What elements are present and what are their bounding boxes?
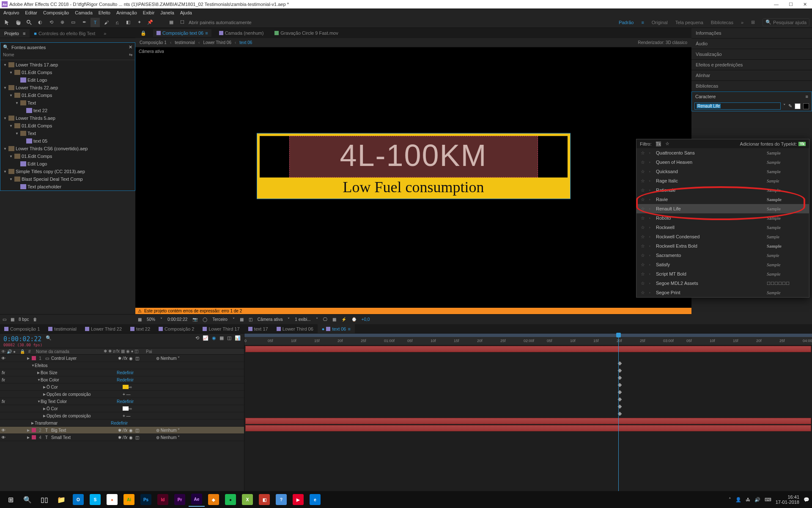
layer-row[interactable]: ▶Ö Cor ⇨ <box>0 405 244 412</box>
star-icon[interactable]: ☆ <box>641 160 646 165</box>
bpc-label[interactable]: 8 bpc <box>19 317 29 322</box>
blur-icon[interactable]: ◉ <box>212 335 216 341</box>
big-text[interactable]: 4L-100KM <box>289 136 538 177</box>
menu-exibir[interactable]: Exibir <box>143 10 155 15</box>
tree-row[interactable]: Text placeholder <box>0 183 135 190</box>
font-row[interactable]: ☆›Rockwell Extra BoldSample <box>636 241 809 251</box>
layer-row[interactable]: 👁▶4TSmall Text✱ / fx ◉ ◫⊚ Nenhum ˅ <box>0 434 244 441</box>
panel-audio[interactable]: Áudio <box>691 39 812 49</box>
panel-libs[interactable]: Bibliotecas <box>691 81 812 91</box>
tree-row[interactable]: ▼Text <box>0 130 135 137</box>
grid-icon[interactable]: ▦ <box>240 317 244 322</box>
menu-ajuda[interactable]: Ajuda <box>180 10 192 15</box>
font-row[interactable]: ☆›Quattrocento SansSample <box>636 148 809 157</box>
font-row[interactable]: ☆›RavieSample <box>636 195 809 204</box>
timeline-tab[interactable]: Lower Third 06 <box>272 324 318 333</box>
tree-row[interactable]: ▼Simple Titles copy (CC 2013).aep <box>0 168 135 175</box>
time-ruler[interactable]: 005f10f15f20f25f01:00f05f10f15f20f25f02:… <box>244 334 812 345</box>
small-text[interactable]: Low Fuel consumption <box>257 177 570 199</box>
star-icon[interactable]: ☆ <box>641 234 646 240</box>
menu-efeito[interactable]: Efeito <box>99 10 110 15</box>
region-icon[interactable]: ◯ <box>203 317 207 322</box>
taskbar-app[interactable]: ● <box>222 492 239 507</box>
workspace-more-icon[interactable]: » <box>741 20 743 25</box>
tree-row[interactable]: text 05 <box>0 137 135 145</box>
panel-align[interactable]: Alinhar <box>691 70 812 81</box>
camera-view[interactable]: Câmera ativa <box>258 317 283 322</box>
star-icon[interactable]: ☆ <box>641 188 646 193</box>
tree-row[interactable]: Edit Logo <box>0 76 135 84</box>
zoom-tool[interactable] <box>25 18 34 27</box>
search-help[interactable]: 🔍 Pesquisar ajuda <box>763 18 809 26</box>
taskbar-app[interactable]: 📁 <box>53 492 69 507</box>
search-icon[interactable]: 🔍 <box>46 335 52 341</box>
breadcrumb-item[interactable]: testimonial <box>175 40 195 45</box>
lock-icon[interactable]: 🔒 <box>140 30 146 36</box>
tree-row[interactable]: ▼Lower Thirds 17.aep <box>0 61 135 69</box>
taskbar-app[interactable]: Ae <box>189 492 205 507</box>
tree-row[interactable]: ▼01.Edit Comps <box>0 122 135 130</box>
panel-preview[interactable]: Visualização <box>691 49 812 60</box>
layer-row[interactable]: fx▼Big Text ColorRedefinir <box>0 398 244 405</box>
font-row[interactable]: ☆›Script MT BoldSample <box>636 269 809 279</box>
taskbar-app[interactable]: Pr <box>172 492 188 507</box>
layer-row[interactable]: 👁▶1▭Control Layer✱ / fx ◉ ◫⊚ Nenhum ˅ <box>0 355 244 362</box>
layer-row[interactable]: ▼Efeitos <box>0 362 244 369</box>
zoom-value[interactable]: 50% <box>147 317 155 322</box>
tree-row[interactable]: ▼Text <box>0 99 135 107</box>
layer-row[interactable]: fx▶Box SizeRedefinir <box>0 369 244 376</box>
clock[interactable]: 16:41 <box>776 494 799 500</box>
menu-composicao[interactable]: Composição <box>43 10 69 15</box>
taskbar-app[interactable]: ▶ <box>290 492 306 507</box>
tray-lang-icon[interactable]: ⌨ <box>765 497 771 502</box>
typekit-icon[interactable]: Tk <box>798 142 806 146</box>
hand-tool[interactable] <box>14 18 23 27</box>
font-row[interactable]: ☆›RockwellSample <box>636 223 809 232</box>
eyedropper-icon[interactable]: ✎ <box>788 103 792 109</box>
clone-tool[interactable]: ⎌ <box>112 18 122 27</box>
comp-tab[interactable]: Gravação Circle 9 Fast.mov <box>271 29 341 37</box>
taskbar-app[interactable]: ▯▯ <box>36 492 52 507</box>
font-row[interactable]: ☆›QuicksandSample <box>636 167 809 176</box>
tree-row[interactable]: ▼01.Edit Comps <box>0 152 135 160</box>
layer-row[interactable]: ▶TransformarRedefinir <box>0 420 244 427</box>
tree-row[interactable]: ▼Blast Special Deal Text Comp <box>0 175 135 183</box>
star-icon[interactable]: ☆ <box>641 243 646 249</box>
date[interactable]: 17-01-2018 <box>776 500 799 505</box>
taskbar-app[interactable]: Id <box>155 492 171 507</box>
tab-effect-controls[interactable]: ■Controles do efeito Big Text <box>30 29 99 38</box>
font-row[interactable]: ☆›Renault LifeSample <box>636 204 809 213</box>
tree-row[interactable]: ▼01.Edit Comps <box>0 69 135 76</box>
font-row[interactable]: ☆›RationaleSample <box>636 185 809 195</box>
notifications-icon[interactable]: 💬 <box>804 497 809 502</box>
snap-toggle[interactable]: ▦ <box>167 18 176 27</box>
font-row[interactable]: ☆›Segoe MDL2 Assets☐☐☐☐☐☐ <box>636 279 809 288</box>
taskbar-app[interactable]: ⊞ <box>3 492 19 507</box>
layer-row[interactable]: ▶Opções de composição+ — <box>0 412 244 420</box>
timeline-tab[interactable]: text 22 <box>126 324 154 333</box>
timeline-tab[interactable]: Composição 2 <box>154 324 198 333</box>
menu-animacao[interactable]: Animação <box>116 10 137 15</box>
taskbar-app[interactable]: e <box>307 492 323 507</box>
close-icon[interactable]: ✕ <box>129 44 132 50</box>
anchor-tool[interactable]: ⊕ <box>58 18 67 27</box>
composition-viewer[interactable]: Câmera ativa 4L-100KM Low Fuel consumpti… <box>135 47 691 308</box>
workspace-default[interactable]: Padrão <box>619 20 634 25</box>
snapshot-icon[interactable]: 📷 <box>192 317 198 322</box>
res-value[interactable]: Terceiro <box>212 317 228 322</box>
3d-icon[interactable]: ◫ <box>227 335 231 341</box>
pen-tool[interactable]: ✒ <box>80 18 89 27</box>
orbit-tool[interactable]: ◐ <box>36 18 45 27</box>
taskbar-app[interactable]: S <box>87 492 103 507</box>
timeline-tab[interactable]: text 17 <box>244 324 272 333</box>
tray-people-icon[interactable]: 👤 <box>735 497 741 502</box>
tray-up-icon[interactable]: ˄ <box>729 497 731 502</box>
taskbar-app[interactable]: 🔍 <box>19 492 36 507</box>
puppet-tool[interactable]: 📌 <box>145 18 155 27</box>
maximize-button[interactable]: ☐ <box>789 2 793 7</box>
font-row[interactable]: ☆›SacramentoSample <box>636 251 809 260</box>
breadcrumb-item[interactable]: Composição 1 <box>140 40 167 45</box>
layer-row[interactable]: fx▼Box ColorRedefinir <box>0 376 244 384</box>
timeline-tab[interactable]: Composição 1 <box>0 324 44 333</box>
fill-color-swatch[interactable] <box>795 103 801 109</box>
